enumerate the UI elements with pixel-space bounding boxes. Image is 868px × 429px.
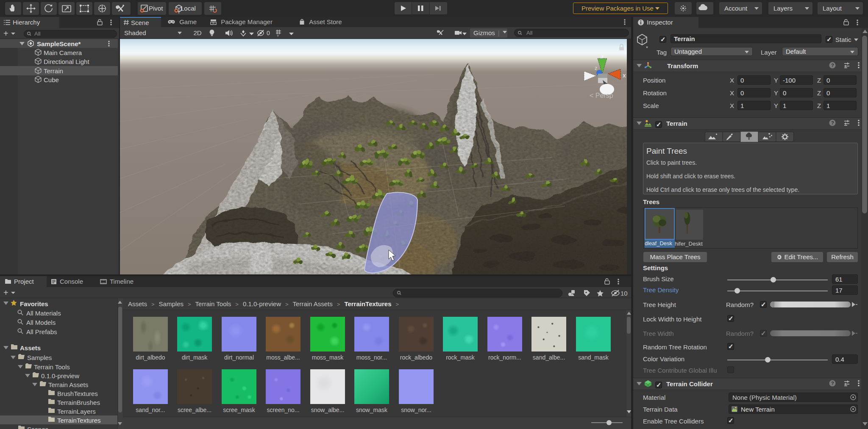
svg-text:?: ?: [831, 381, 834, 386]
svg-text:y: y: [601, 51, 604, 58]
svg-text:z: z: [595, 65, 598, 71]
svg-text:x: x: [623, 72, 626, 79]
svg-text:0: 0: [267, 30, 270, 36]
svg-text:?: ?: [831, 120, 834, 125]
svg-text:< Persp: < Persp: [590, 92, 613, 99]
svg-text:?: ?: [831, 63, 834, 68]
svg-text:Y: Y: [277, 34, 279, 38]
svg-text:10: 10: [620, 290, 628, 297]
